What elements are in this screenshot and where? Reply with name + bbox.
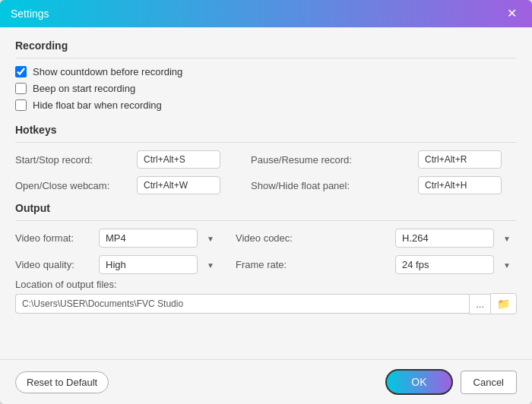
- recording-title: Recording: [15, 39, 517, 52]
- frame-rate-arrow: ▼: [503, 260, 511, 269]
- checkbox-hide-float[interactable]: [15, 99, 27, 111]
- video-quality-label: Video quality:: [15, 259, 99, 270]
- video-codec-wrapper: H.264 H.265 VP8 VP9 ▼: [395, 229, 517, 248]
- ok-button[interactable]: OK: [385, 369, 452, 395]
- location-dots-button[interactable]: ...: [469, 294, 490, 314]
- dialog-title: Settings: [11, 8, 49, 20]
- hotkey-input-start[interactable]: [137, 150, 220, 169]
- content-area: Recording Show countdown before recordin…: [0, 27, 532, 359]
- frame-rate-select[interactable]: 24 fps 30 fps 60 fps: [395, 255, 494, 274]
- checkbox-row-2: Hide float bar when recording: [15, 99, 517, 111]
- location-label: Location of output files:: [15, 279, 517, 290]
- video-codec-select[interactable]: H.264 H.265 VP8 VP9: [395, 229, 494, 248]
- location-folder-button[interactable]: 📁: [490, 293, 517, 314]
- video-format-wrapper: MP4 AVI MOV MKV ▼: [99, 229, 220, 248]
- recording-section: Recording Show countdown before recordin…: [15, 39, 517, 116]
- checkbox-beep[interactable]: [15, 83, 27, 94]
- hotkey-label-floatpanel: Show/Hide float panel:: [236, 180, 418, 191]
- hotkey-input-pause[interactable]: [418, 150, 502, 169]
- hotkey-input-webcam[interactable]: [137, 176, 220, 194]
- footer: Reset to Default OK Cancel: [0, 359, 532, 404]
- video-codec-label: Video codec:: [220, 232, 395, 244]
- reset-button[interactable]: Reset to Default: [15, 371, 109, 393]
- video-quality-wrapper: High Medium Low ▼: [99, 255, 220, 274]
- checkbox-label-1: Beep on start recording: [33, 83, 135, 94]
- hotkey-label-webcam: Open/Close webcam:: [15, 180, 137, 191]
- video-format-select[interactable]: MP4 AVI MOV MKV: [99, 229, 198, 248]
- output-divider: [15, 220, 517, 221]
- close-button[interactable]: ✕: [502, 6, 521, 21]
- hotkeys-section: Hotkeys Start/Stop record: Pause/Resume …: [15, 124, 517, 194]
- footer-right: OK Cancel: [385, 369, 517, 395]
- hotkey-label-pause: Pause/Resume record:: [236, 154, 418, 166]
- frame-rate-wrapper: 24 fps 30 fps 60 fps ▼: [395, 255, 517, 274]
- output-section: Output Video format: MP4 AVI MOV MKV ▼ V…: [15, 202, 517, 314]
- video-codec-arrow: ▼: [503, 234, 511, 242]
- location-row: ... 📁: [15, 293, 517, 314]
- titlebar: Settings ✕: [0, 0, 532, 27]
- checkbox-show-countdown[interactable]: [15, 66, 27, 77]
- video-format-arrow: ▼: [207, 234, 214, 242]
- video-quality-select[interactable]: High Medium Low: [99, 255, 198, 274]
- hotkeys-grid: Start/Stop record: Pause/Resume record: …: [15, 150, 517, 194]
- video-format-label: Video format:: [15, 232, 99, 244]
- checkbox-label-2: Hide float bar when recording: [33, 99, 162, 111]
- cancel-button[interactable]: Cancel: [461, 371, 517, 394]
- recording-divider: [15, 58, 517, 58]
- hotkey-input-floatpanel[interactable]: [418, 176, 502, 194]
- hotkeys-divider: [15, 142, 517, 143]
- checkbox-row-1: Beep on start recording: [15, 83, 517, 94]
- hotkeys-title: Hotkeys: [15, 124, 517, 136]
- location-input[interactable]: [15, 294, 469, 314]
- checkbox-label-0: Show countdown before recording: [33, 66, 182, 77]
- settings-dialog: Settings ✕ Recording Show countdown befo…: [0, 0, 532, 404]
- checkbox-row-0: Show countdown before recording: [15, 66, 517, 77]
- video-quality-arrow: ▼: [207, 260, 214, 269]
- frame-rate-label: Frame rate:: [220, 259, 395, 270]
- output-title: Output: [15, 202, 517, 214]
- output-grid: Video format: MP4 AVI MOV MKV ▼ Video co…: [15, 229, 517, 274]
- hotkey-label-start: Start/Stop record:: [15, 154, 137, 166]
